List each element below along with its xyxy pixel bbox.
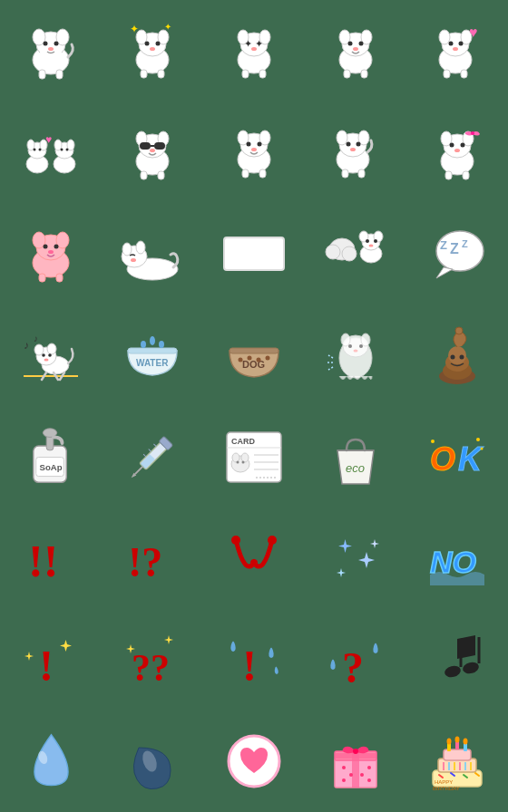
svg-text:eco: eco <box>346 461 365 475</box>
svg-text:✦: ✦ <box>244 38 252 49</box>
cell-r8c1[interactable] <box>0 710 102 812</box>
cell-r6c5[interactable]: NO <box>406 508 508 609</box>
svg-point-105 <box>54 245 59 249</box>
cell-r4c1[interactable]: ♪ ♪ <box>0 304 102 406</box>
cell-r4c3[interactable]: DOG <box>203 304 305 406</box>
poop-emoji <box>421 319 493 392</box>
cell-r7c5[interactable] <box>406 609 508 710</box>
svg-point-243 <box>455 737 460 743</box>
cell-r2c5[interactable] <box>406 102 508 203</box>
dog-sparkle-eyes: ✦ ✦ <box>218 14 290 87</box>
svg-point-77 <box>258 142 262 147</box>
svg-point-191 <box>242 460 245 463</box>
cell-r2c2[interactable] <box>102 102 203 203</box>
cell-r8c5[interactable]: HAPPY BIRTHDAY <box>406 710 508 812</box>
cell-r6c3[interactable] <box>203 508 305 609</box>
svg-point-211 <box>268 536 277 545</box>
double-exclamation: !! <box>15 522 87 594</box>
svg-point-157 <box>361 334 370 346</box>
cell-r5c3[interactable]: CARD <box>203 406 305 508</box>
svg-line-182 <box>153 444 156 447</box>
svg-rect-88 <box>342 169 348 178</box>
cell-r3c1[interactable] <box>0 203 102 304</box>
cell-r8c4[interactable] <box>305 710 406 812</box>
svg-rect-20 <box>158 70 164 78</box>
cell-r1c2[interactable]: ✦ ✦ <box>102 0 203 102</box>
svg-rect-79 <box>242 169 249 178</box>
svg-rect-48 <box>461 70 467 78</box>
cell-r3c4[interactable] <box>305 203 406 304</box>
svg-point-135 <box>42 353 45 357</box>
svg-point-76 <box>247 142 251 147</box>
cell-r4c2[interactable]: WATER <box>102 304 203 406</box>
svg-rect-19 <box>141 70 147 78</box>
cell-r7c4[interactable]: ? <box>305 609 406 710</box>
cell-r1c1[interactable] <box>0 0 102 102</box>
gift-box <box>319 725 392 798</box>
svg-point-27 <box>251 47 257 51</box>
svg-point-168 <box>455 327 463 334</box>
cell-r1c4[interactable] <box>305 0 406 102</box>
cell-r7c1[interactable]: ! <box>0 609 102 710</box>
svg-point-16 <box>150 47 155 51</box>
svg-point-200 <box>274 477 276 478</box>
cell-r5c5[interactable]: O K <box>406 406 508 508</box>
cell-r6c1[interactable]: !! <box>0 508 102 609</box>
cell-r5c4[interactable]: eco <box>305 406 406 508</box>
svg-point-220 <box>462 661 480 675</box>
svg-rect-89 <box>358 169 365 178</box>
cell-r3c5[interactable]: Z Z Z <box>406 203 508 304</box>
svg-point-123 <box>374 239 377 243</box>
cell-r7c3[interactable]: ! <box>203 609 305 710</box>
svg-point-169 <box>451 355 455 360</box>
svg-text:♪: ♪ <box>24 339 29 352</box>
svg-rect-148 <box>230 348 278 353</box>
svg-text:♪: ♪ <box>34 334 38 343</box>
svg-line-163 <box>328 367 333 370</box>
svg-point-15 <box>156 42 161 46</box>
cell-r2c1[interactable]: ♥ <box>0 102 102 203</box>
svg-text:♥: ♥ <box>45 133 52 146</box>
water-bowl: WATER <box>116 319 189 392</box>
cell-r1c3[interactable]: ✦ ✦ <box>203 0 305 102</box>
water-drop <box>15 725 87 798</box>
cell-r7c2[interactable]: ?? <box>102 609 203 710</box>
svg-point-137 <box>44 359 49 362</box>
cell-r8c2[interactable] <box>102 710 203 812</box>
cell-r5c2[interactable] <box>102 406 203 508</box>
cell-r1c5[interactable]: ♥ <box>406 0 508 102</box>
svg-text:K: K <box>458 440 484 478</box>
svg-point-36 <box>353 47 358 51</box>
svg-point-150 <box>239 358 243 362</box>
svg-rect-80 <box>259 169 266 178</box>
svg-point-195 <box>256 477 258 478</box>
svg-point-244 <box>464 739 468 745</box>
cell-r2c3[interactable] <box>203 102 305 203</box>
cell-r8c3[interactable] <box>203 710 305 812</box>
dog-standing <box>218 116 290 188</box>
svg-rect-70 <box>141 171 147 179</box>
svg-point-235 <box>367 778 371 782</box>
svg-point-5 <box>44 42 48 46</box>
cell-r2c4[interactable] <box>305 102 406 203</box>
svg-rect-47 <box>444 70 450 78</box>
dog-scratching <box>319 116 392 188</box>
cell-r6c4[interactable] <box>305 508 406 609</box>
svg-rect-99 <box>463 171 469 179</box>
svg-point-167 <box>448 346 466 364</box>
cell-r4c5[interactable] <box>406 304 508 406</box>
svg-point-147 <box>159 341 164 348</box>
svg-point-85 <box>347 142 351 147</box>
cell-r6c2[interactable]: !? <box>102 508 203 609</box>
svg-marker-126 <box>436 267 453 278</box>
svg-point-122 <box>366 239 369 243</box>
svg-rect-67 <box>154 142 165 150</box>
cell-r4c4[interactable] <box>305 304 406 406</box>
cell-r3c3[interactable] <box>203 203 305 304</box>
cell-r3c2[interactable] <box>102 203 203 304</box>
svg-point-95 <box>461 143 465 148</box>
svg-point-117 <box>342 246 357 261</box>
exclaim-drops: ! <box>218 624 290 696</box>
svg-point-159 <box>359 344 363 348</box>
cell-r5c1[interactable]: SoAp SoAp <box>0 406 102 508</box>
